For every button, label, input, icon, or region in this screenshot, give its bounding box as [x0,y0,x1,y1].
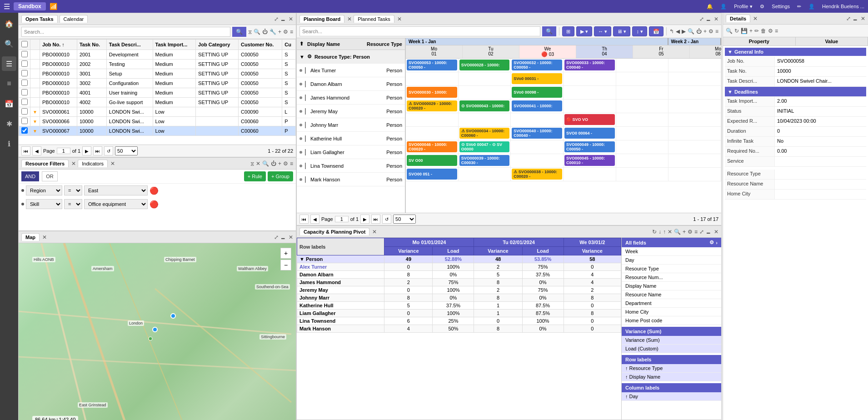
details-search-icon[interactable]: 🔍 [726,28,733,34]
gantt-task-bar[interactable]: SVO000040 - 10000: C00040 - [512,128,562,139]
gantt-resource-row[interactable]: Lina Townsend Person [297,159,405,173]
map-minimize-icon[interactable]: 🗕 [280,234,286,240]
range-btn[interactable]: ↔ ▾ [594,26,611,36]
task-row[interactable]: PBO000010 2001 Development Medium SETTIN… [19,50,296,60]
col-job-category[interactable]: Job Category [196,40,239,50]
row-checkbox[interactable] [21,89,28,95]
profile-button[interactable]: Profile ▾ [734,4,753,10]
pivot-value-item[interactable]: Load (Custom) [622,345,721,353]
col-job-no[interactable]: Job No. ↑ [40,40,77,50]
settings-filter-icon[interactable]: ≡ [290,160,293,167]
tab-resource-filters[interactable]: Resource Filters [21,160,69,167]
capacity-icon3[interactable]: ↑ [663,229,666,235]
remove-filter-1[interactable]: 🔴 [150,186,159,195]
height-btn[interactable]: ↕ ▾ [632,26,647,36]
details-save-icon[interactable]: 💾 [741,28,748,34]
last-page-btn[interactable]: ⏭ [93,146,102,155]
close-indicators[interactable]: ✕ [110,160,115,167]
gantt-resource-row[interactable]: Johnny Marr Person [297,118,405,132]
gantt-resource-row[interactable]: Liam Gallagher Person [297,145,405,159]
first-page-btn[interactable]: ⏮ [21,146,30,155]
details-add-icon[interactable]: + [749,28,753,34]
capacity-person-row[interactable]: Jeremy May 0 100% 2 75% 2 [297,286,621,294]
fields-gear-icon[interactable]: ⚙ [709,240,714,245]
details-minimize-icon[interactable]: 🗕 [853,15,858,22]
power2-icon[interactable]: ⏻ [696,28,702,35]
gantt-task-bar[interactable]: ⊙ SVO000043 - 10000: [459,100,510,111]
gantt-resource-row[interactable]: Katherine Hull Person [297,132,405,145]
tab-map[interactable]: Map [21,233,40,241]
capacity-minimize-icon[interactable]: 🗕 [706,229,711,235]
planning-search-input[interactable] [299,26,540,36]
clear-icon[interactable]: ✕ [256,160,260,167]
zoom-out-btn[interactable]: − [280,260,291,270]
pivot-field-item[interactable]: Home City [622,308,721,316]
power-icon[interactable]: ⏻ [262,29,268,35]
display-btn[interactable]: 🖥 ▾ [613,26,630,36]
planning-search-button[interactable]: 🔍 [542,26,556,36]
row-checkbox[interactable] [21,60,28,67]
close-filters[interactable]: ✕ [71,160,76,167]
mode-btn[interactable]: ▶ ▾ [576,26,592,36]
gantt-task-bar[interactable]: SVO0 00064 - [564,128,615,139]
forward-icon[interactable]: ▶ [682,28,686,35]
add-icon[interactable]: + [278,29,281,35]
expand-section-icon[interactable]: ▼ [728,49,733,55]
gantt-task-bar[interactable]: SVO000030 - 10000: [407,87,457,98]
pivot-field-item[interactable]: Day [622,256,721,265]
add-filter-icon[interactable]: + [278,160,281,167]
capacity-icon2[interactable]: ↓ [658,229,661,235]
edit-icon[interactable]: ✏ [797,4,801,10]
gear-filter-icon[interactable]: ⚙ [283,160,288,167]
details-delete-icon[interactable]: 🗑 [761,28,766,34]
refresh-btn[interactable]: ↺ [104,146,113,155]
planning-per-page[interactable]: 50 [393,215,416,224]
notification-icon[interactable]: 🔔 [707,4,713,10]
capacity-icon1[interactable]: ↻ [652,229,657,235]
filter-field-2[interactable]: Skill [26,199,62,209]
tasks-search-button[interactable]: 🔍 [232,27,246,37]
tab-open-tasks[interactable]: Open Tasks [21,15,58,23]
tab-calendar[interactable]: Calendar [60,15,88,23]
gear2-icon[interactable]: ⚙ [283,29,288,35]
gantt-task-bar[interactable]: SVO000033 - 10000: C00040 - [564,60,615,70]
sidebar-icon-home[interactable]: 🏠 [2,16,16,31]
gantt-task-bar[interactable]: SVO000045 - 10000: C00010 - [564,155,615,166]
hamburger-icon[interactable]: ☰ [4,2,10,11]
close-planned-tab[interactable]: ✕ [397,16,402,22]
tools-icon[interactable]: 🔧 [269,29,276,35]
pivot-value-item[interactable]: Variance (Sum) [622,336,721,345]
task-row[interactable]: ▼ SVO000066 10000 LONDON Swi... Low C000… [19,117,296,126]
col-task-no[interactable]: Task No. [77,40,106,50]
tab-planned-tasks[interactable]: Planned Tasks [354,15,394,23]
zoom-in-btn[interactable]: + [280,248,291,259]
expand-icon[interactable]: ⤢ [274,16,279,22]
gantt-task-bar[interactable]: ⊙ SVo0 00047 - ⊙ SV O0000 [459,141,510,152]
row-checkbox[interactable] [21,51,28,57]
planning-last-btn[interactable]: ⏭ [371,215,380,224]
task-row[interactable]: PBO000010 4001 User training Medium SETT… [19,88,296,98]
gantt-resource-row[interactable]: Mark Hanson Person [297,173,405,186]
row-checkbox[interactable] [21,108,28,115]
details-more-icon[interactable]: ≡ [775,28,778,34]
gantt-task-bar[interactable]: ⚠ SVO000034 - 10000: C00060 - [459,128,510,139]
add-rule-button[interactable]: + Rule [244,171,266,181]
power-filter-icon[interactable]: ⏻ [271,160,276,167]
close-planning-panel[interactable]: ✕ [714,16,718,22]
next-page-btn[interactable]: ▶ [82,146,91,155]
gantt-task-bar[interactable]: SVO000028 - 10000: [459,60,510,70]
task-row[interactable]: PBO000010 4002 Go-live support Medium SE… [19,98,296,107]
col-label-item[interactable]: ↑ Day [622,392,721,401]
tab-indicators[interactable]: Indicators [78,160,108,167]
settings4-icon[interactable]: ≡ [715,28,718,35]
details-expand-icon[interactable]: ⤢ [846,15,851,22]
gantt-task-bar[interactable]: SVO000039 - 10000: C00030 - [459,155,510,166]
restore-icon[interactable]: ↰ [669,28,674,35]
tasks-search-input[interactable] [21,27,230,37]
select-all-checkbox[interactable] [21,41,28,47]
fields-arrow-icon[interactable]: › [716,240,718,245]
capacity-person-row[interactable]: Liam Gallagher 0 100% 1 87.5% 8 [297,310,621,317]
pivot-field-item[interactable]: Display Name [622,282,721,290]
sidebar-icon-info[interactable]: ℹ [2,136,16,151]
planning-minimize-icon[interactable]: 🗕 [706,16,711,22]
